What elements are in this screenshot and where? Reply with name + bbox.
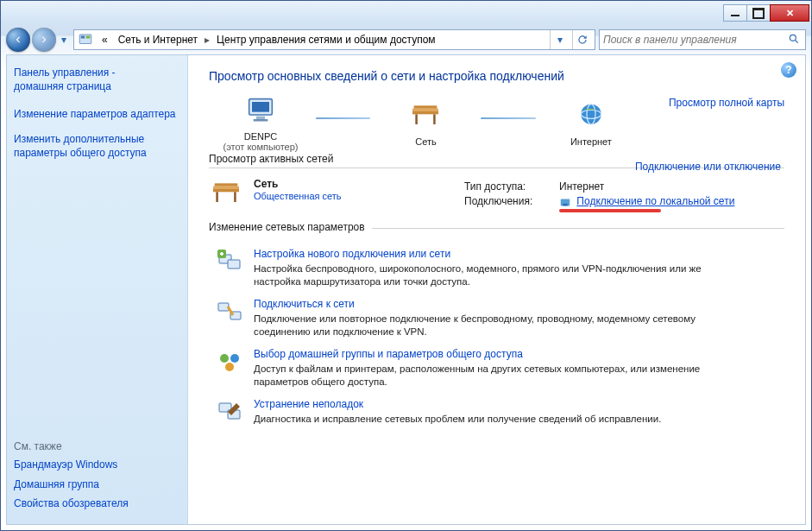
- access-type-value: Интернет: [559, 180, 604, 193]
- client-area: Панель управления - домашняя страница Из…: [6, 54, 806, 525]
- svg-point-14: [581, 104, 601, 124]
- see-also-internet-options[interactable]: Свойства обозревателя: [14, 497, 129, 509]
- svg-rect-13: [414, 105, 437, 108]
- network-plus-icon: [216, 248, 243, 275]
- task-homegroup: Выбор домашней группы и параметров общег…: [216, 348, 784, 389]
- svg-rect-25: [228, 260, 240, 269]
- bench-icon: [209, 178, 243, 212]
- sidebar: Панель управления - домашняя страница Из…: [7, 55, 188, 524]
- refresh-button[interactable]: [572, 30, 591, 49]
- bench-icon: [408, 123, 443, 133]
- task-desc: Доступ к файлам и принтерам, расположенн…: [254, 363, 737, 389]
- svg-rect-23: [563, 204, 567, 206]
- svg-line-4: [796, 40, 798, 42]
- svg-rect-18: [213, 186, 239, 189]
- breadcrumb-network-center[interactable]: Центр управления сетями и общим доступом: [213, 32, 439, 47]
- map-node-label: Интернет: [539, 136, 643, 147]
- address-dropdown-icon[interactable]: ▾: [550, 30, 569, 49]
- task-link[interactable]: Устранение неполадок: [254, 398, 363, 410]
- full-map-link[interactable]: Просмотр полной карты: [669, 97, 784, 109]
- task-desc: Диагностика и исправление сетевых пробле…: [254, 413, 661, 427]
- map-connector-icon: [481, 117, 535, 119]
- active-networks-section: Просмотр активных сетей Подключение или …: [209, 168, 784, 212]
- map-node-internet: Интернет: [539, 100, 643, 147]
- map-node-label: Сеть: [374, 136, 477, 147]
- see-also-section: См. также Брандмауэр Windows Домашняя гр…: [14, 440, 180, 515]
- sidebar-adapter-settings[interactable]: Изменение параметров адаптера: [14, 108, 176, 120]
- active-networks-header: Просмотр активных сетей: [209, 153, 340, 165]
- titlebar: [1, 1, 811, 25]
- control-panel-icon: [78, 32, 93, 47]
- active-network-block: Сеть Общественная сеть Тип доступа: Инте…: [209, 178, 784, 212]
- control-panel-home-link[interactable]: Панель управления - домашняя страница: [14, 66, 180, 93]
- nav-history-dropdown[interactable]: ▾: [58, 29, 70, 50]
- svg-point-31: [225, 363, 234, 371]
- task-desc: Подключение или повторное подключение к …: [254, 313, 737, 339]
- map-node-label: DENPC: [209, 131, 312, 142]
- breadcrumb-net-internet[interactable]: Сеть и Интернет: [115, 32, 201, 47]
- see-also-firewall[interactable]: Брандмауэр Windows: [14, 458, 117, 471]
- connections-label: Подключения:: [464, 195, 551, 208]
- svg-rect-7: [256, 117, 265, 119]
- network-center-window: ▾ « Сеть и Интернет ▸ Центр управления с…: [0, 0, 812, 531]
- map-node-sublabel: (этот компьютер): [223, 142, 298, 152]
- troubleshoot-icon: [216, 398, 243, 426]
- network-name: Сеть: [254, 178, 342, 190]
- svg-rect-2: [86, 36, 91, 39]
- svg-point-29: [220, 354, 229, 363]
- sidebar-advanced-sharing[interactable]: Изменить дополнительные параметры общего…: [14, 133, 147, 159]
- change-settings-section: Изменение сетевых параметров Настройка н…: [209, 228, 784, 427]
- network-map: DENPC (этот компьютер) Сеть Интернет: [209, 95, 784, 152]
- task-troubleshoot: Устранение неполадок Диагностика и испра…: [216, 398, 784, 427]
- map-connector-icon: [316, 117, 370, 119]
- svg-rect-11: [416, 114, 419, 124]
- connect-disconnect-link[interactable]: Подключение или отключение: [635, 161, 781, 173]
- nav-buttons: ▾: [6, 28, 70, 52]
- maximize-button[interactable]: [746, 4, 771, 22]
- task-link[interactable]: Настройка нового подключения или сети: [254, 248, 450, 260]
- svg-rect-6: [252, 102, 269, 112]
- svg-rect-8: [254, 119, 268, 122]
- help-icon[interactable]: ?: [781, 62, 796, 78]
- task-link[interactable]: Подключиться к сети: [254, 298, 355, 310]
- homegroup-icon: [216, 348, 243, 376]
- breadcrumb-up[interactable]: «: [98, 32, 111, 47]
- page-title: Просмотр основных сведений о сети и наст…: [209, 69, 784, 83]
- globe-icon: [574, 123, 608, 133]
- svg-rect-17: [213, 189, 239, 192]
- arrow-left-icon: [12, 34, 24, 46]
- svg-rect-20: [234, 192, 236, 202]
- task-link[interactable]: Выбор домашней группы и параметров общег…: [254, 348, 523, 360]
- computer-icon: [243, 117, 278, 128]
- task-new-connection: Настройка нового подключения или сети На…: [216, 248, 784, 289]
- see-also-homegroup[interactable]: Домашняя группа: [14, 478, 99, 490]
- svg-rect-21: [215, 183, 238, 186]
- close-button[interactable]: [770, 4, 809, 22]
- window-buttons: [724, 4, 809, 22]
- main-content: ? Просмотр основных сведений о сети и на…: [188, 55, 805, 524]
- svg-rect-10: [412, 109, 438, 111]
- ethernet-icon: [559, 196, 571, 208]
- connection-link[interactable]: Подключение по локальной сети: [576, 195, 734, 207]
- forward-button[interactable]: [32, 28, 56, 52]
- map-node-this-pc: DENPC (этот компьютер): [209, 95, 312, 152]
- change-settings-header: Изменение сетевых параметров: [209, 221, 372, 233]
- search-box[interactable]: [599, 29, 806, 50]
- address-bar[interactable]: « Сеть и Интернет ▸ Центр управления сет…: [73, 29, 595, 50]
- network-connect-icon: [216, 298, 243, 326]
- see-also-header: См. также: [14, 440, 180, 452]
- svg-rect-19: [216, 192, 218, 202]
- search-icon[interactable]: [786, 33, 802, 47]
- svg-point-30: [230, 354, 239, 363]
- search-input[interactable]: [603, 34, 786, 46]
- svg-rect-1: [81, 36, 85, 39]
- minimize-button[interactable]: [723, 4, 747, 22]
- map-node-network: Сеть: [374, 100, 477, 147]
- sidebar-home-line2: домашняя страница: [14, 80, 111, 92]
- back-button[interactable]: [6, 28, 30, 52]
- arrow-right-icon: [38, 34, 50, 46]
- network-type-link[interactable]: Общественная сеть: [254, 191, 342, 201]
- refresh-icon: [576, 34, 589, 46]
- nav-row: ▾ « Сеть и Интернет ▸ Центр управления с…: [1, 25, 811, 54]
- svg-point-3: [790, 35, 796, 41]
